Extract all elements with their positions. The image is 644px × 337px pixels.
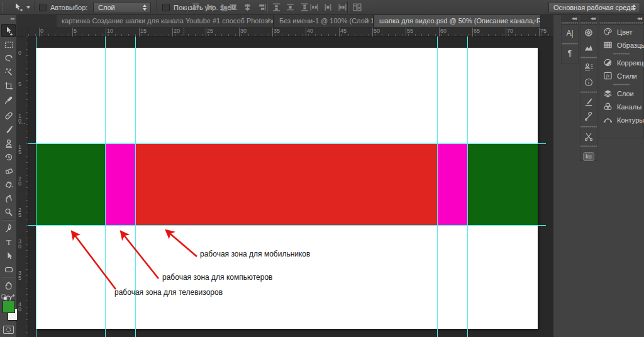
panel-label: Стили <box>617 72 637 80</box>
tab-shapka-video-psd[interactable]: шапка для видео.psd @ 50% (Описание кана… <box>374 15 541 27</box>
collapse-dock-icon[interactable]: ◂◂ <box>637 15 641 21</box>
eraser-tool[interactable] <box>1 164 16 177</box>
brush-tool[interactable] <box>1 123 16 136</box>
paths-panel-button[interactable]: Контуры <box>599 113 643 126</box>
path-selection-tool[interactable] <box>1 249 16 262</box>
panel-drag-handle[interactable] <box>580 55 597 60</box>
kuler-panel-button[interactable]: ku <box>580 148 597 165</box>
panel-drag-handle[interactable] <box>562 41 578 46</box>
tools-collapse-button[interactable]: ▸▸ <box>0 15 16 23</box>
smudge-tool[interactable] <box>1 192 16 205</box>
lasso-tool[interactable] <box>1 52 16 65</box>
clone-source-panel-button[interactable] <box>580 60 597 75</box>
dropdown-arrows-icon <box>631 4 636 11</box>
swap-colors-icon[interactable] <box>9 294 16 301</box>
close-icon[interactable]: × <box>533 15 537 27</box>
character-panel-button[interactable]: A| <box>562 25 578 41</box>
layers-icon <box>603 89 613 98</box>
info-panel-button[interactable]: i <box>580 75 597 90</box>
styles-panel-button[interactable]: fx Стили <box>599 69 643 82</box>
dock-column-type: ◂◂ A| ¶ <box>561 15 579 64</box>
panel-drag-handle[interactable] <box>613 82 630 87</box>
panel-drag-handle[interactable] <box>613 52 630 56</box>
healing-brush-tool[interactable] <box>1 109 16 122</box>
collapse-dock-icon[interactable]: ◂◂ <box>591 15 595 21</box>
default-colors-icon[interactable] <box>1 294 8 301</box>
label-tv-zone: рабочая зона для телевизоров <box>114 288 223 297</box>
collapse-dock-icon[interactable]: ◂◂ <box>572 15 576 21</box>
distribute-vertical-centers-icon[interactable] <box>286 3 296 12</box>
tab-youtube-png[interactable]: картинка Создание шапки для канала Youtu… <box>57 15 274 27</box>
canvas[interactable]: рабочая зона для мобильников рабочая зон… <box>36 48 538 329</box>
adjustments-panel-button[interactable]: Коррекция <box>599 56 643 69</box>
brush-presets-icon <box>584 97 594 107</box>
swatches-panel-button[interactable]: Образцы <box>599 38 643 52</box>
ruler-tick-label: 25 <box>18 207 22 218</box>
align-left-edges-icon[interactable] <box>229 3 240 12</box>
workspace-dropdown[interactable]: Основная рабочая среда <box>548 2 640 13</box>
panel-drag-handle[interactable] <box>580 144 597 148</box>
auto-align-layers-icon[interactable] <box>352 3 363 12</box>
channels-panel-button[interactable]: Каналы <box>599 100 643 113</box>
distribute-left-edges-icon[interactable] <box>309 3 320 12</box>
rectangular-marquee-tool[interactable] <box>1 38 16 51</box>
show-transform-controls-checkbox[interactable] <box>162 4 170 11</box>
paint-bucket-tool[interactable] <box>1 178 16 191</box>
paragraph-panel-button[interactable]: ¶ <box>562 46 578 61</box>
distribute-top-edges-icon[interactable] <box>272 3 282 12</box>
ruler-tick-label: 70 <box>507 28 513 34</box>
ruler-origin-corner[interactable] <box>17 27 28 36</box>
tab-untitled-1[interactable]: Без имени-1 @ 100% (Слой 1, RGB/1... × <box>274 15 374 27</box>
rounded-rectangle-tool[interactable] <box>1 263 16 276</box>
close-icon[interactable]: × <box>266 15 270 27</box>
separator <box>347 1 348 13</box>
history-brush-tool[interactable] <box>1 150 16 163</box>
tool-preset-arrow-icon[interactable] <box>26 6 30 9</box>
type-tool[interactable]: T <box>1 235 16 248</box>
clone-stamp-tool[interactable] <box>1 136 16 150</box>
horizontal-ruler[interactable]: 051015202530354045505560657075 <box>28 27 553 36</box>
dock-header[interactable]: ◂◂ <box>580 15 597 25</box>
auto-select-checkbox[interactable] <box>39 4 47 11</box>
options-bar: Автовыбор: Слой Показать упр. элем. Осно… <box>0 0 644 15</box>
ruler-tick-label: 25 <box>207 28 213 34</box>
navigator-panel-button[interactable] <box>580 25 597 40</box>
label-desktop-zone: рабочая зона для компьютеров <box>162 273 272 282</box>
close-icon[interactable]: × <box>366 15 370 27</box>
measurement-panel-button[interactable] <box>580 129 597 144</box>
quick-mask-icon[interactable] <box>3 325 14 334</box>
layers-panel-button[interactable]: Слои <box>599 87 643 100</box>
hand-tool[interactable] <box>1 279 16 292</box>
align-top-edges-icon[interactable] <box>191 3 202 12</box>
tool-presets-panel-button[interactable] <box>580 109 597 124</box>
crop-tool[interactable] <box>1 79 16 92</box>
foreground-color-swatch[interactable] <box>3 301 15 313</box>
dodge-tool[interactable] <box>1 206 16 219</box>
panel-label: Коррекция <box>617 59 644 67</box>
brush-presets-panel-button[interactable] <box>580 94 597 109</box>
magic-wand-tool[interactable] <box>1 65 16 79</box>
vertical-ruler[interactable]: 0510152025303540 <box>17 36 28 337</box>
move-tool[interactable] <box>1 24 16 37</box>
ruler-tick-label: 65 <box>474 28 480 34</box>
auto-select-target-dropdown[interactable]: Слой <box>93 2 151 13</box>
color-panel-button[interactable]: Цвет <box>599 25 643 38</box>
swatches-grid-icon <box>603 40 613 50</box>
panel-drag-handle[interactable] <box>580 90 597 94</box>
align-horizontal-centers-icon[interactable] <box>243 3 253 12</box>
histogram-panel-button[interactable] <box>580 40 597 55</box>
ruler-tick-label: 55 <box>407 28 413 34</box>
dock-header[interactable]: ◂◂ <box>599 15 643 25</box>
eyedropper-tool[interactable] <box>1 93 16 106</box>
separator <box>267 1 267 13</box>
align-vertical-centers-icon[interactable] <box>205 3 216 12</box>
dock-column-icons: ◂◂ i ku <box>580 15 597 161</box>
info-icon: i <box>584 77 594 87</box>
distribute-horizontal-centers-icon[interactable] <box>323 3 334 12</box>
ruler-tick-label: 15 <box>140 28 147 34</box>
dock-header[interactable]: ◂◂ <box>562 15 578 25</box>
distribute-buttons-group-2 <box>309 3 349 14</box>
panel-drag-handle[interactable] <box>580 124 597 129</box>
pen-tool[interactable] <box>1 221 16 235</box>
adjustments-icon <box>603 58 613 67</box>
